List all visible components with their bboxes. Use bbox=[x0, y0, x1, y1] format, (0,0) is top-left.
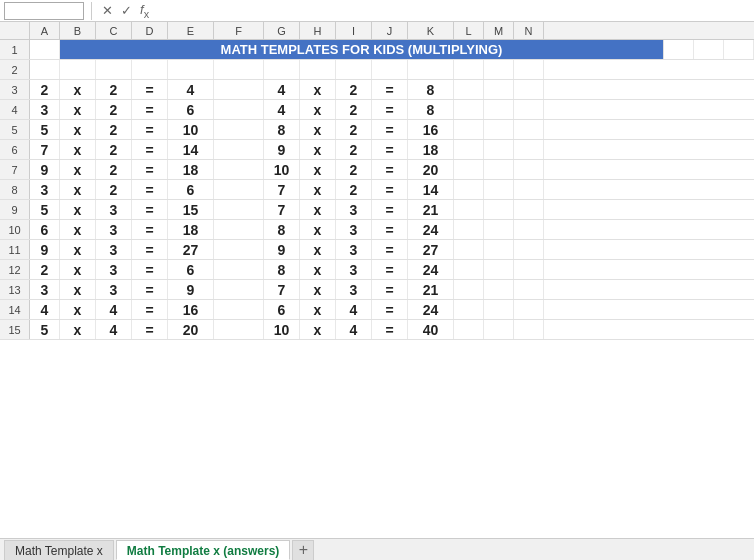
cell-left-3-row4[interactable]: = bbox=[132, 100, 168, 119]
cell-right-4-row5[interactable]: 16 bbox=[408, 120, 454, 139]
cell-left-4-row5[interactable]: 10 bbox=[168, 120, 214, 139]
cell-right-0-row9[interactable]: 7 bbox=[264, 200, 300, 219]
col-header-k[interactable]: K bbox=[408, 22, 454, 39]
cell-extra-0-row10[interactable] bbox=[454, 220, 484, 239]
cell-left-1-row12[interactable]: x bbox=[60, 260, 96, 279]
add-sheet-button[interactable]: + bbox=[292, 540, 314, 560]
col-header-c[interactable]: C bbox=[96, 22, 132, 39]
cell-left-3-row9[interactable]: = bbox=[132, 200, 168, 219]
cell-right-0-row10[interactable]: 8 bbox=[264, 220, 300, 239]
cell-left-4-row3[interactable]: 4 bbox=[168, 80, 214, 99]
cell-left-0-row3[interactable]: 2 bbox=[30, 80, 60, 99]
cell-extra-2-row8[interactable] bbox=[514, 180, 544, 199]
cell-m1[interactable] bbox=[694, 40, 724, 59]
cell-left-1-row9[interactable]: x bbox=[60, 200, 96, 219]
cell-right-0-row7[interactable]: 10 bbox=[264, 160, 300, 179]
cell-left-4-row6[interactable]: 14 bbox=[168, 140, 214, 159]
cell-left-2-row7[interactable]: 2 bbox=[96, 160, 132, 179]
cell-right-3-row4[interactable]: = bbox=[372, 100, 408, 119]
cell-left-0-row13[interactable]: 3 bbox=[30, 280, 60, 299]
cell-spacer-row13[interactable] bbox=[214, 280, 264, 299]
cell-left-4-row10[interactable]: 18 bbox=[168, 220, 214, 239]
cell-right-0-row13[interactable]: 7 bbox=[264, 280, 300, 299]
cell-i2[interactable] bbox=[336, 60, 372, 79]
cell-right-3-row8[interactable]: = bbox=[372, 180, 408, 199]
cell-left-3-row12[interactable]: = bbox=[132, 260, 168, 279]
cell-spacer-row5[interactable] bbox=[214, 120, 264, 139]
cell-left-4-row11[interactable]: 27 bbox=[168, 240, 214, 259]
cell-right-1-row3[interactable]: x bbox=[300, 80, 336, 99]
col-header-h[interactable]: H bbox=[300, 22, 336, 39]
sheet-tab-math-template-answers[interactable]: Math Template x (answers) bbox=[116, 540, 290, 560]
cell-right-3-row3[interactable]: = bbox=[372, 80, 408, 99]
cell-extra-2-row14[interactable] bbox=[514, 300, 544, 319]
function-icon[interactable]: fx bbox=[137, 2, 152, 20]
cell-right-3-row14[interactable]: = bbox=[372, 300, 408, 319]
cell-left-3-row13[interactable]: = bbox=[132, 280, 168, 299]
cell-left-0-row8[interactable]: 3 bbox=[30, 180, 60, 199]
cell-spacer-row3[interactable] bbox=[214, 80, 264, 99]
cell-left-2-row12[interactable]: 3 bbox=[96, 260, 132, 279]
cell-right-1-row10[interactable]: x bbox=[300, 220, 336, 239]
cell-e2[interactable] bbox=[168, 60, 214, 79]
cell-left-2-row10[interactable]: 3 bbox=[96, 220, 132, 239]
cell-spacer-row9[interactable] bbox=[214, 200, 264, 219]
cell-left-1-row4[interactable]: x bbox=[60, 100, 96, 119]
cell-right-4-row13[interactable]: 21 bbox=[408, 280, 454, 299]
cell-extra-0-row3[interactable] bbox=[454, 80, 484, 99]
cell-left-4-row8[interactable]: 6 bbox=[168, 180, 214, 199]
cell-left-2-row6[interactable]: 2 bbox=[96, 140, 132, 159]
cell-spacer-row10[interactable] bbox=[214, 220, 264, 239]
cell-right-0-row12[interactable]: 8 bbox=[264, 260, 300, 279]
cell-spacer-row15[interactable] bbox=[214, 320, 264, 339]
cell-left-2-row9[interactable]: 3 bbox=[96, 200, 132, 219]
cell-right-1-row12[interactable]: x bbox=[300, 260, 336, 279]
cell-spacer-row11[interactable] bbox=[214, 240, 264, 259]
cell-a1[interactable] bbox=[30, 40, 60, 59]
cell-extra-0-row6[interactable] bbox=[454, 140, 484, 159]
cell-right-1-row7[interactable]: x bbox=[300, 160, 336, 179]
cell-c2[interactable] bbox=[96, 60, 132, 79]
cell-spacer-row12[interactable] bbox=[214, 260, 264, 279]
cell-left-3-row6[interactable]: = bbox=[132, 140, 168, 159]
col-header-g[interactable]: G bbox=[264, 22, 300, 39]
cell-left-2-row3[interactable]: 2 bbox=[96, 80, 132, 99]
cell-extra-1-row6[interactable] bbox=[484, 140, 514, 159]
cell-right-4-row15[interactable]: 40 bbox=[408, 320, 454, 339]
cell-extra-1-row11[interactable] bbox=[484, 240, 514, 259]
cell-left-4-row7[interactable]: 18 bbox=[168, 160, 214, 179]
cell-left-3-row7[interactable]: = bbox=[132, 160, 168, 179]
cell-right-4-row6[interactable]: 18 bbox=[408, 140, 454, 159]
cell-extra-2-row4[interactable] bbox=[514, 100, 544, 119]
cell-right-2-row9[interactable]: 3 bbox=[336, 200, 372, 219]
cell-d2[interactable] bbox=[132, 60, 168, 79]
col-header-a[interactable]: A bbox=[30, 22, 60, 39]
cell-right-2-row11[interactable]: 3 bbox=[336, 240, 372, 259]
cell-extra-2-row15[interactable] bbox=[514, 320, 544, 339]
col-header-n[interactable]: N bbox=[514, 22, 544, 39]
cell-title[interactable]: MATH TEMPLATES FOR KIDS (MULTIPLYING) bbox=[60, 40, 664, 59]
cell-left-4-row9[interactable]: 15 bbox=[168, 200, 214, 219]
cell-g2[interactable] bbox=[264, 60, 300, 79]
cell-extra-1-row5[interactable] bbox=[484, 120, 514, 139]
cell-extra-1-row14[interactable] bbox=[484, 300, 514, 319]
sheet-tab-math-template[interactable]: Math Template x bbox=[4, 540, 114, 560]
cell-extra-1-row4[interactable] bbox=[484, 100, 514, 119]
cell-extra-2-row12[interactable] bbox=[514, 260, 544, 279]
col-header-e[interactable]: E bbox=[168, 22, 214, 39]
cell-right-0-row5[interactable]: 8 bbox=[264, 120, 300, 139]
cell-left-1-row13[interactable]: x bbox=[60, 280, 96, 299]
cell-left-1-row11[interactable]: x bbox=[60, 240, 96, 259]
cell-left-0-row10[interactable]: 6 bbox=[30, 220, 60, 239]
name-box[interactable]: Y32 bbox=[4, 2, 84, 20]
cell-right-1-row9[interactable]: x bbox=[300, 200, 336, 219]
cell-n1[interactable] bbox=[724, 40, 754, 59]
cell-extra-2-row5[interactable] bbox=[514, 120, 544, 139]
cell-m2[interactable] bbox=[484, 60, 514, 79]
formula-input[interactable] bbox=[156, 3, 754, 18]
cell-left-2-row13[interactable]: 3 bbox=[96, 280, 132, 299]
cell-right-4-row9[interactable]: 21 bbox=[408, 200, 454, 219]
cell-spacer-row14[interactable] bbox=[214, 300, 264, 319]
cell-extra-1-row9[interactable] bbox=[484, 200, 514, 219]
cell-right-4-row8[interactable]: 14 bbox=[408, 180, 454, 199]
